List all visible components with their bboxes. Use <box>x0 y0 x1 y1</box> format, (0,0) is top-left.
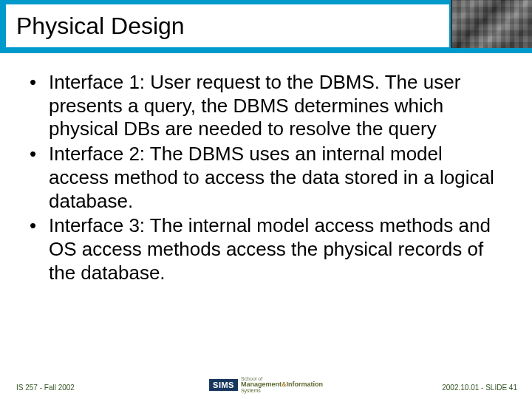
footer-left-text: IS 257 - Fall 2002 <box>16 383 75 392</box>
logo-line2-prefix: Management <box>241 381 282 388</box>
list-item: Interface 3: The internal model access m… <box>30 214 502 284</box>
logo-line2: Management&Information <box>241 381 323 388</box>
logo-acronym: SIMS <box>209 379 238 391</box>
footer-logo: SIMS School of Management&Information Sy… <box>209 376 323 393</box>
list-item: Interface 1: User request to the DBMS. T… <box>30 71 502 141</box>
header-decorative-image <box>451 0 532 48</box>
list-item: Interface 2: The DBMS uses an internal m… <box>30 143 502 213</box>
logo-text: School of Management&Information Systems <box>241 376 323 393</box>
body-content: Interface 1: User request to the DBMS. T… <box>30 71 502 286</box>
slide: Physical Design Interface 1: User reques… <box>0 0 532 399</box>
logo-line3: Systems <box>241 388 323 393</box>
title-box: Physical Design <box>6 4 449 47</box>
logo-line2-word: Information <box>286 381 323 388</box>
footer-right-text: 2002.10.01 - SLIDE 41 <box>442 383 517 392</box>
header-bar: Physical Design <box>0 0 532 53</box>
bullet-list: Interface 1: User request to the DBMS. T… <box>30 71 502 284</box>
slide-title: Physical Design <box>16 13 185 40</box>
footer: IS 257 - Fall 2002 SIMS School of Manage… <box>0 377 532 392</box>
